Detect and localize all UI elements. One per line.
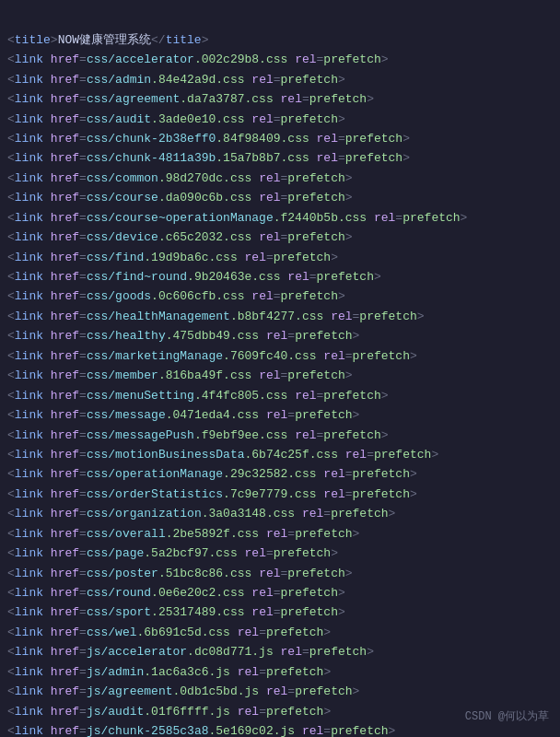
list-item: <title>NOW健康管理系统</title> — [7, 30, 553, 50]
list-item: <link href=css/healthManagement.b8bf4277… — [7, 307, 553, 326]
list-item: <link href=css/orderStatistics.7c9e7779.… — [7, 485, 553, 504]
list-item: <link href=css/healthy.475dbb49.css rel=… — [7, 326, 553, 345]
list-item: <link href=css/member.816ba49f.css rel=p… — [7, 366, 553, 385]
list-item: <link href=js/agreement.0db1c5bd.js rel=… — [7, 682, 553, 701]
list-item: <link href=css/agreement.da7a3787.css re… — [7, 89, 553, 109]
list-item: <link href=css/find.19d9ba6c.css rel=pre… — [7, 248, 553, 267]
list-item: <link href=css/sport.25317489.css rel=pr… — [7, 602, 553, 622]
list-item: <link href=css/audit.3ade0e10.css rel=pr… — [7, 110, 553, 129]
list-item: <link href=css/poster.51bc8c86.css rel=p… — [7, 564, 553, 583]
list-item: <link href=css/round.0e6e20c2.css rel=pr… — [7, 583, 553, 602]
watermark: CSDN @何以为草 — [465, 708, 549, 726]
list-item: <link href=css/message.0471eda4.css rel=… — [7, 405, 553, 425]
list-item: <link href=css/organization.3a0a3148.css… — [7, 504, 553, 523]
list-item: <link href=css/accelerator.002c29b8.css … — [7, 50, 553, 69]
list-item: <link href=js/accelerator.dc08d771.js re… — [7, 642, 553, 661]
list-item: <link href=css/admin.84e42a9d.css rel=pr… — [7, 70, 553, 89]
code-view: <title>NOW健康管理系统</title><link href=css/a… — [0, 7, 560, 737]
list-item: <link href=css/messagePush.f9ebf9ee.css … — [7, 426, 553, 445]
list-item: <link href=css/course~operationManage.f2… — [7, 208, 553, 228]
list-item: <link href=css/motionBusinessData.6b74c2… — [7, 445, 553, 464]
list-item: <link href=css/goods.0c606cfb.css rel=pr… — [7, 287, 553, 306]
list-item: <link href=css/menuSetting.4f4fc805.css … — [7, 386, 553, 405]
list-item: <link href=css/find~round.9b20463e.css r… — [7, 267, 553, 287]
list-item: <link href=css/course.da090c6b.css rel=p… — [7, 188, 553, 207]
list-item: <link href=css/marketingManage.7609fc40.… — [7, 346, 553, 366]
list-item: <link href=css/device.c65c2032.css rel=p… — [7, 228, 553, 247]
list-item: <link href=css/overall.2be5892f.css rel=… — [7, 524, 553, 544]
list-item: <link href=css/wel.6b691c5d.css rel=pref… — [7, 623, 553, 642]
list-item: <link href=css/common.98d270dc.css rel=p… — [7, 169, 553, 188]
list-item: <link href=css/page.5a2bcf97.css rel=pre… — [7, 544, 553, 563]
list-item: <link href=css/chunk-2b38eff0.84f98409.c… — [7, 129, 553, 148]
list-item: <link href=css/operationManage.29c32582.… — [7, 464, 553, 484]
list-item: <link href=js/admin.1ac6a3c6.js rel=pref… — [7, 662, 553, 682]
list-item: <link href=css/chunk-4811a39b.15a7b8b7.c… — [7, 148, 553, 168]
